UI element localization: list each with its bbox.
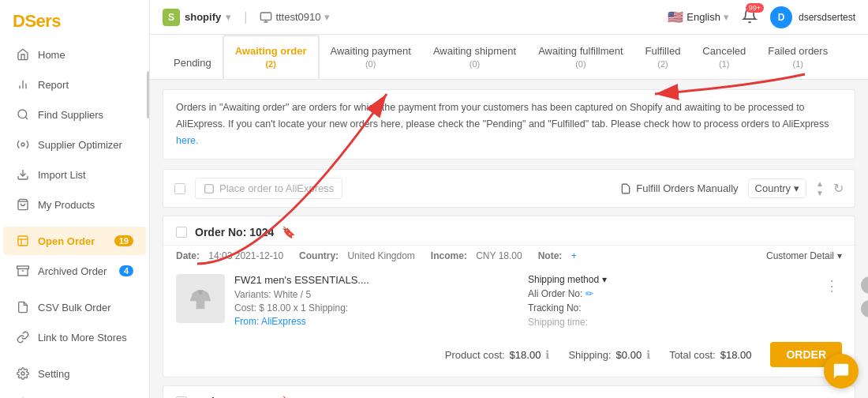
notification-button[interactable]: 99+ xyxy=(742,8,758,27)
shipping-method[interactable]: Shipping method ▾ xyxy=(528,274,812,285)
sidebar-item-import-list-label: Import List xyxy=(38,169,133,181)
shipping-chevron-icon: ▾ xyxy=(602,274,607,285)
select-all-checkbox[interactable] xyxy=(174,183,185,194)
product-cost-info-icon[interactable]: ℹ xyxy=(545,348,549,361)
order-1-bookmark-icon[interactable]: 🔖 xyxy=(282,226,295,238)
tab-awaiting-fulfillment[interactable]: Awaiting fulfillment (0) xyxy=(527,36,634,79)
avatar: D xyxy=(770,6,792,28)
order-card-2: Order No: 1023 🔖 xyxy=(163,385,855,398)
sort-up-icon: ▲ xyxy=(816,180,824,188)
order-1-header: Order No: 1024 🔖 xyxy=(163,216,855,246)
info-box: Orders in "Awaiting order" are orders fo… xyxy=(163,89,855,160)
order-1-number: Order No: 1024 xyxy=(195,226,274,238)
country-chevron-icon: ▾ xyxy=(794,182,799,194)
sidebar-item-report-label: Report xyxy=(38,79,133,91)
sidebar-item-home[interactable]: Home xyxy=(3,40,146,69)
order-card-1: Order No: 1024 🔖 Date: 14:03 2021-12-10 … xyxy=(163,216,855,377)
file-icon xyxy=(16,300,30,314)
shopping-bag-icon xyxy=(16,197,30,212)
scroll-down-button[interactable] xyxy=(861,300,868,317)
tab-awaiting-payment[interactable]: Awaiting payment (0) xyxy=(320,36,422,79)
tab-fulfilled[interactable]: Fulfilled (2) xyxy=(634,36,692,79)
tab-awaiting-payment-count: (0) xyxy=(365,58,376,70)
product-cost-detail: Cost: $ 18.00 x 1 Shipping: xyxy=(234,302,518,314)
refresh-button[interactable]: ↻ xyxy=(833,181,844,196)
order-1-date-label: Date: 14:03 2021-12-10 xyxy=(176,250,283,261)
scroll-indicators xyxy=(861,276,868,317)
sidebar-item-setting[interactable]: Setting xyxy=(3,359,146,388)
shipping-method-label: Shipping method xyxy=(528,274,599,285)
more-options-button[interactable]: ⋮ xyxy=(821,274,842,298)
tabs-bar: Pending Awaiting order (2) Awaiting paym… xyxy=(150,35,868,80)
home-icon xyxy=(16,47,30,62)
archived-order-badge: 4 xyxy=(119,265,133,276)
customer-detail-label: Customer Detail xyxy=(766,250,834,261)
store-selector[interactable]: tttest0910 ▾ xyxy=(260,11,329,24)
sidebar-item-my-products-label: My Products xyxy=(38,199,133,211)
shopify-badge[interactable]: S shopify ▾ xyxy=(163,9,231,26)
fulfill-button[interactable]: Fulfill Orders Manually xyxy=(620,182,738,194)
sidebar-item-home-label: Home xyxy=(38,49,133,61)
topbar: S shopify ▾ | tttest0910 ▾ 🇺🇸 English ▾ … xyxy=(150,0,868,35)
sidebar-item-link-stores[interactable]: Link to More Stores xyxy=(3,323,146,351)
shopify-icon: S xyxy=(163,9,180,26)
sort-controls[interactable]: ▲ ▼ xyxy=(816,180,824,197)
product-cost-total: Product cost: $18.00 ℹ xyxy=(445,348,550,361)
order-1-country-label: Country: United Kingdom xyxy=(299,250,415,261)
edit-ali-order-icon[interactable]: ✏ xyxy=(586,288,593,299)
order-1-footer: Product cost: $18.00 ℹ Shipping: $0.00 ℹ… xyxy=(163,336,855,377)
sidebar-item-csv-bulk-order[interactable]: CSV Bulk Order xyxy=(3,293,146,321)
add-note-icon[interactable]: + xyxy=(571,250,577,261)
chevron-down-icon: ▾ xyxy=(226,11,231,23)
language-selector[interactable]: 🇺🇸 English ▾ xyxy=(668,9,729,24)
tab-awaiting-shipment[interactable]: Awaiting shipment (0) xyxy=(422,36,527,79)
user-section: D dsersdsertest xyxy=(770,6,855,28)
sidebar-item-manage-subscription[interactable]: Manage subscription xyxy=(3,389,146,398)
sidebar-item-csv-label: CSV Bulk Order xyxy=(38,302,133,314)
total-cost-value: $18.00 xyxy=(720,349,752,361)
shipping-info: Shipping method ▾ Ali Order No: ✏ Tracki… xyxy=(528,274,812,328)
logo: DSers xyxy=(0,0,149,39)
sidebar-item-find-suppliers[interactable]: Find Suppliers xyxy=(3,100,146,129)
shipping-cost-info-icon[interactable]: ℹ xyxy=(646,348,650,361)
chat-button[interactable] xyxy=(824,354,859,389)
shipping-cost-label: Shipping: xyxy=(568,349,611,361)
sidebar-item-open-order[interactable]: Open Order 19 xyxy=(3,227,146,255)
info-link[interactable]: here. xyxy=(176,135,199,146)
order-1-date: 14:03 2021-12-10 xyxy=(208,250,283,261)
svg-point-3 xyxy=(18,110,27,118)
svg-rect-15 xyxy=(261,13,271,20)
scroll-up-button[interactable] xyxy=(861,276,868,294)
product-from[interactable]: From: AliExpress xyxy=(234,316,518,327)
archive-icon xyxy=(16,264,30,278)
chat-icon xyxy=(832,362,850,380)
sidebar-item-my-products[interactable]: My Products xyxy=(3,190,146,219)
sidebar-item-supplier-optimizer[interactable]: Supplier Optimizer xyxy=(3,130,146,159)
customer-detail-button[interactable]: Customer Detail ▾ xyxy=(766,250,842,261)
optimize-icon xyxy=(16,137,30,152)
product-cost-label: Product cost: xyxy=(445,349,505,361)
sidebar-item-import-list[interactable]: Import List xyxy=(3,160,146,189)
product-info: FW21 men's ESSENTIALS.... Variants: Whit… xyxy=(234,274,518,327)
sidebar-item-archived-order[interactable]: Archived Order 4 xyxy=(3,257,146,285)
order-1-checkbox[interactable] xyxy=(176,227,187,238)
place-order-button[interactable]: Place order to AliExpress xyxy=(195,178,342,199)
shipping-time: Shipping time: xyxy=(528,317,812,328)
product-image xyxy=(176,274,225,323)
product-name: FW21 men's ESSENTIALS.... xyxy=(234,274,518,286)
tab-awaiting-order-count: (2) xyxy=(265,58,275,70)
country-select[interactable]: Country ▾ xyxy=(748,178,807,198)
tab-pending[interactable]: Pending xyxy=(163,48,223,78)
country-label: Country xyxy=(755,182,791,194)
tab-failed-orders-label: Failed orders xyxy=(768,44,828,58)
fulfill-label: Fulfill Orders Manually xyxy=(636,182,738,194)
tab-failed-orders[interactable]: Failed orders (1) xyxy=(757,36,839,79)
product-variant: Variants: White / 5 xyxy=(234,289,518,300)
sidebar-item-supplier-optimizer-label: Supplier Optimizer xyxy=(38,139,133,151)
sidebar-item-report[interactable]: Report xyxy=(3,70,146,99)
order-1-meta: Date: 14:03 2021-12-10 Country: United K… xyxy=(163,246,855,266)
tab-canceled[interactable]: Canceled (1) xyxy=(691,36,757,79)
tab-awaiting-order[interactable]: Awaiting order (2) xyxy=(223,35,320,79)
bar-chart-icon xyxy=(16,77,30,92)
customer-detail-chevron-icon: ▾ xyxy=(837,250,842,261)
